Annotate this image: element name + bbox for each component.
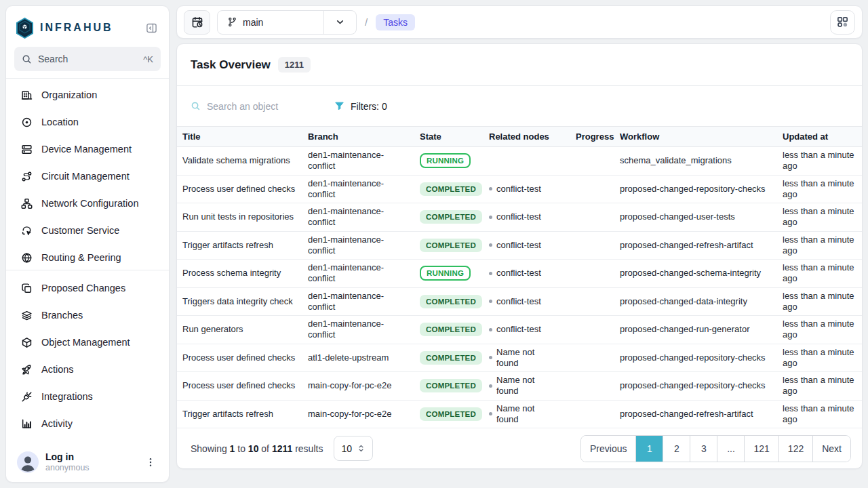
branch-cell: den1-maintenance-conflict [302, 147, 414, 176]
page-button-1[interactable]: 1 [635, 436, 663, 462]
related-node-link[interactable]: conflict-test [496, 268, 541, 279]
sidebar-item-location[interactable]: Location [14, 108, 161, 136]
sidebar-item-actions[interactable]: Actions [14, 356, 161, 383]
sidebar-collapse-button[interactable] [143, 20, 159, 36]
page-button-121[interactable]: 121 [744, 436, 778, 462]
sidebar-item-proposed-changes[interactable]: Proposed Changes [14, 274, 161, 302]
table-row[interactable]: Run generatorsden1-maintenance-conflictC… [177, 316, 863, 344]
updated-at-cell: less than a minute ago [777, 231, 863, 260]
filters-button[interactable]: Filters: 0 [334, 101, 387, 112]
branch-cell: atl1-delete-upstream [302, 344, 414, 372]
state-badge: COMPLETED [420, 210, 482, 224]
user-row[interactable]: Log in anonymous [14, 447, 161, 474]
related-node-link[interactable]: conflict-test [496, 324, 541, 335]
progress-cell [570, 260, 614, 288]
git-branch-icon [227, 17, 237, 27]
related-node-link[interactable]: Name not found [496, 347, 542, 369]
sidebar-search-input[interactable]: Search ^K [14, 47, 161, 71]
updated-at-cell: less than a minute ago [777, 203, 863, 232]
page-button-3[interactable]: 3 [690, 436, 717, 462]
sidebar-item-activity[interactable]: Activity [14, 410, 161, 437]
sidebar-item-device-management[interactable]: Device Management [14, 136, 161, 163]
sidebar-item-routing-peering[interactable]: Routing & Peering [14, 244, 161, 263]
table-row[interactable]: Process schema integrityden1-maintenance… [177, 260, 863, 288]
search-shortcut: ^K [143, 54, 153, 64]
related-node-link[interactable]: conflict-test [496, 211, 541, 222]
page-button-2[interactable]: 2 [663, 436, 690, 462]
sidebar-item-circuit-management[interactable]: Circuit Management [14, 163, 161, 190]
sidebar-item-label: Object Management [41, 337, 130, 348]
branch-cell: den1-maintenance-conflict [302, 203, 414, 232]
related-node-link[interactable]: Name not found [496, 375, 542, 397]
state-cell: COMPLETED [414, 175, 484, 203]
branch-dropdown-toggle[interactable] [323, 11, 356, 34]
object-search-input[interactable]: Search an object [191, 101, 334, 112]
column-header-related-nodes: Related nodes [484, 127, 570, 147]
updated-at-cell: less than a minute ago [777, 287, 863, 316]
sidebar-item-object-management[interactable]: Object Management [14, 329, 161, 356]
state-cell: COMPLETED [414, 316, 484, 344]
state-badge: COMPLETED [420, 351, 482, 365]
updated-at-cell: less than a minute ago [777, 175, 863, 203]
table-row[interactable]: Triggers data integrity checkden1-mainte… [177, 287, 863, 316]
related-node-link[interactable]: conflict-test [496, 240, 541, 251]
progress-cell [570, 400, 614, 428]
caret-sort-icon [357, 444, 366, 453]
next-page-button[interactable]: Next [812, 436, 850, 462]
node-dot-icon [489, 272, 492, 275]
related-nodes-cell: Name not found [484, 344, 570, 372]
branch-selector[interactable]: main [217, 10, 357, 35]
related-node-link[interactable]: conflict-test [496, 184, 541, 195]
related-nodes-cell: Name not found [484, 400, 570, 428]
related-nodes-cell: Name not found [484, 372, 570, 401]
updated-at-cell: less than a minute ago [777, 147, 863, 176]
user-menu-button[interactable] [143, 455, 158, 470]
page-title: Task Overview [191, 58, 271, 72]
workflow-apps-button[interactable] [830, 10, 855, 35]
plug-icon [21, 391, 33, 403]
table-row[interactable]: Validate schema migrationsden1-maintenan… [177, 147, 863, 176]
breadcrumb-tasks[interactable]: Tasks [376, 14, 415, 30]
related-node-link[interactable]: Name not found [496, 403, 542, 426]
related-nodes-cell: conflict-test [484, 203, 570, 232]
branch-cell: den1-maintenance-conflict [302, 260, 414, 288]
related-nodes-cell: conflict-test [484, 287, 570, 316]
task-count-badge: 1211 [278, 57, 311, 73]
calendar-clock-icon [191, 16, 203, 28]
sidebar-item-organization[interactable]: Organization [14, 81, 161, 108]
hand-pointer-icon [21, 225, 33, 237]
logo-row: INFRAHUB [14, 13, 161, 43]
sidebar-secondary-nav: Proposed ChangesBranchesObject Managemen… [14, 274, 161, 437]
table-row[interactable]: Process user defined checksatl1-delete-u… [177, 344, 863, 372]
table-row[interactable]: Run unit tests in repositoriesden1-maint… [177, 203, 863, 232]
page-size-select[interactable]: 10 [334, 436, 373, 461]
sidebar-item-label: Location [41, 117, 79, 127]
sidebar-item-branches[interactable]: Branches [14, 302, 161, 329]
branch-cell: main-copy-for-pc-e2e [302, 400, 414, 428]
branch-cell: den1-maintenance-conflict [302, 231, 414, 260]
table-row[interactable]: Process user defined checksmain-copy-for… [177, 372, 863, 401]
login-label[interactable]: Log in [45, 451, 90, 464]
copy-icon [21, 283, 33, 294]
table-footer: Showing 1 to 10 of 1211 results 10 Previ… [177, 428, 862, 468]
related-node-link[interactable]: conflict-test [496, 296, 541, 307]
state-badge: COMPLETED [420, 295, 482, 308]
server-icon [21, 144, 33, 155]
divider [6, 78, 169, 79]
sidebar-item-network-configuration[interactable]: Network Configuration [14, 190, 161, 217]
node-dot-icon [489, 243, 492, 247]
sidebar-item-integrations[interactable]: Integrations [14, 383, 161, 410]
table-row[interactable]: Process user defined checksden1-maintena… [177, 175, 863, 203]
sidebar-item-label: Branches [41, 310, 83, 321]
username-label: anonymous [45, 463, 90, 474]
column-header-progress: Progress [570, 127, 614, 147]
table-row[interactable]: Trigger artifacts refreshden1-maintenanc… [177, 231, 863, 260]
sidebar-item-customer-service[interactable]: Customer Service [14, 217, 161, 244]
previous-page-button[interactable]: Previous [581, 436, 635, 462]
divider [6, 270, 169, 270]
breadcrumb-separator: / [363, 16, 369, 28]
page-button-122[interactable]: 122 [778, 436, 812, 462]
table-row[interactable]: Trigger artifacts refreshmain-copy-for-p… [177, 400, 863, 428]
time-travel-button[interactable] [184, 10, 210, 35]
sidebar-item-label: Circuit Management [41, 171, 130, 182]
